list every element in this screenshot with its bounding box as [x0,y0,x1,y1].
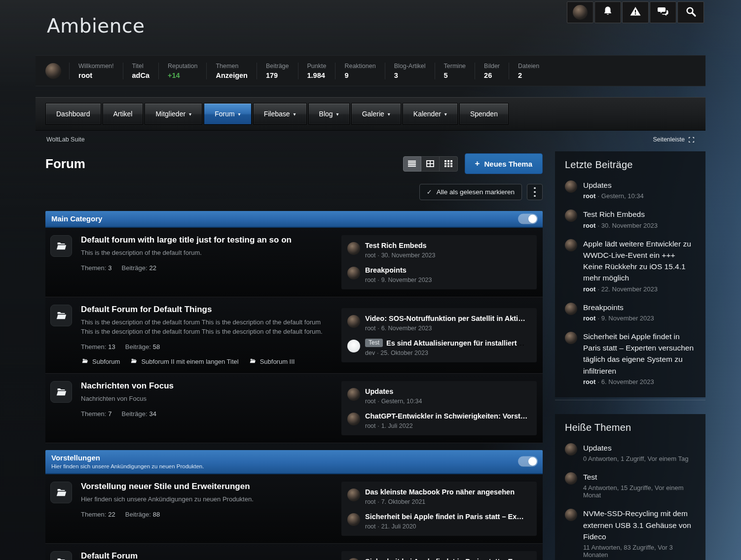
view-list-button[interactable] [403,156,421,172]
forum-row: Default Forum for Default ThingsThis is … [45,297,543,374]
nav-item-forum[interactable]: Forum▾ [204,103,251,125]
view-grid2-button[interactable] [421,156,440,172]
view-grid3-button[interactable] [440,156,458,172]
latest-post-title-line: Updates [365,387,422,396]
forum-stats: Themen:7Beiträge:34 [81,410,332,418]
category-collapse-toggle[interactable] [518,456,538,467]
hot-topic-link[interactable]: Test [583,471,696,483]
chevron-down-icon: ▾ [445,111,447,117]
mark-all-read-label: Alle als gelesen markieren [437,188,515,196]
stat-value: 13 [108,343,115,350]
userbar-stat-value[interactable]: 3 [394,71,426,79]
latest-post-text: Breakpointsroot · 9. November 2023 [365,266,432,283]
latest-posts-box: Updatesroot · Gestern, 10:34ChatGPT-Entw… [341,381,537,435]
nav-item-spenden[interactable]: Spenden [459,103,509,125]
search-button[interactable] [677,1,704,23]
category-collapse-toggle[interactable] [518,214,538,224]
latest-post-title-line: Das kleinste Macbook Pro näher angesehen [365,488,515,496]
userbar-stat-themen: ThemenAnzeigen [206,63,256,79]
latest-post: ChatGPT-Entwickler in Schwierigkeiten: V… [347,408,531,433]
sidebar-post-meta: root · 6. November 2023 [583,378,696,385]
forum-link[interactable]: Nachrichten von Focus [81,381,332,391]
stat-label: Themen: [81,410,106,418]
latest-post-link[interactable]: Sicherheit bei Apple findet in Paris sta… [365,513,524,521]
sidebar-post-link[interactable]: Apple lädt weitere Entwickler zu WWDC-Li… [583,238,696,284]
conversations-button[interactable] [650,1,676,23]
user-avatar[interactable] [45,63,61,79]
sidebar-post-link[interactable]: Sicherheit bei Apple findet in Paris sta… [583,331,696,377]
forum-info: Default ForumThis is the description of … [81,551,341,560]
post-author: root [583,315,595,322]
hot-topics-title: Heiße Themen [565,422,696,433]
label-badge: Test [365,339,383,347]
mark-all-read-button[interactable]: ✓ Alle als gelesen markieren [419,184,522,200]
nav-item-label: Mitglieder [155,110,185,118]
latest-post-link[interactable]: Test Rich Embeds [365,242,427,249]
category-header: Main Category [45,211,543,228]
breadcrumb[interactable]: WoltLab Suite [46,136,85,143]
hot-topics-list: Updates0 Antworten, 1 Zugriff, Vor einem… [565,442,696,560]
post-date: · 22. November 2023 [595,285,658,293]
userbar-stat-value[interactable]: adCa [132,71,149,79]
subforum-link[interactable]: Subforum II mit einem langen Titel [130,357,238,366]
forum-link[interactable]: Default Forum [81,551,332,560]
folder-open-icon [249,357,257,366]
stat-value: 88 [153,511,160,518]
new-topic-button[interactable]: + Neues Thema [465,153,543,174]
toggle-knob [528,457,537,466]
latest-post-title-line: Video: SOS-Notruffunktion per Satellit i… [365,314,525,323]
userbar-stat-value[interactable]: 179 [266,71,289,79]
userbar-stat-value[interactable]: 2 [518,71,539,79]
category-vorstellungen: VorstellungenHier finden sich unsere Ank… [45,450,543,560]
hot-topic-link[interactable]: NVMe-SSD-Recycling mit dem externen USB … [583,508,696,542]
latest-posts-title: Letzte Beiträge [565,159,696,171]
userbar-stat-value[interactable]: +14 [168,71,197,79]
subforum-link[interactable]: Subforum III [249,357,295,366]
hot-topic-meta: 11 Antworten, 83 Zugriffe, Vor 3 Monaten [583,544,696,559]
post-date: · 9. November 2023 [595,315,654,322]
userbar-stat-value[interactable]: 26 [484,71,500,79]
forum-link[interactable]: Default forum with large title just for … [81,235,332,245]
latest-post-link[interactable]: Es sind Aktualisierungen für installiert… [386,339,528,347]
forum-row: Default forum with large title just for … [45,228,543,297]
dots-icon [534,187,536,189]
hot-topic-link[interactable]: Updates [583,442,688,454]
latest-post-link[interactable]: Updates [365,387,393,395]
forum-link[interactable]: Default Forum for Default Things [81,305,332,315]
userbar-stat-value[interactable]: Anzeigen [216,71,247,79]
chevron-down-icon: ▾ [238,111,241,117]
moderation-button[interactable] [622,1,649,23]
latest-post-link[interactable]: Das kleinste Macbook Pro näher angesehen [365,488,515,496]
latest-post-link[interactable]: Sicherheit bei Apple findet in Paris sta… [365,558,524,560]
stat-label: Beiträge: [125,511,151,518]
latest-post-link[interactable]: ChatGPT-Entwickler in Schwierigkeiten: V… [365,412,527,420]
sidebar-post-link[interactable]: Breakpoints [583,302,654,313]
nav-item-filebase[interactable]: Filebase▾ [253,103,307,125]
latest-post-link[interactable]: Video: SOS-Notruffunktion per Satellit i… [365,315,525,322]
nav-item-galerie[interactable]: Galerie▾ [351,103,401,125]
sidebar-post-link[interactable]: Test Rich Embeds [583,209,658,220]
userbar-stat-value[interactable]: 5 [444,71,466,79]
userbar-stat-value[interactable]: 1.984 [307,71,327,79]
latest-post-link[interactable]: Breakpoints [365,266,407,274]
userbar-stat-label: Themen [216,63,247,70]
latest-post-text: Updatesroot · Gestern, 10:34 [365,387,422,405]
nav-item-blog[interactable]: Blog▾ [308,103,350,125]
themen-count: Themen:3 [81,264,112,272]
forum-link[interactable]: Vorstellung neuer Stile und Erweiterunge… [81,482,332,491]
more-options-button[interactable] [527,184,543,200]
user-menu-button[interactable] [567,1,593,23]
latest-post-text: TestEs sind Aktualisierungen für install… [365,339,528,356]
notifications-button[interactable] [594,1,621,23]
sidebar-toggle-button[interactable]: Seitenleiste [653,136,695,143]
subforum-link[interactable]: Subforum [81,357,120,366]
nav-item-dashboard[interactable]: Dashboard [45,103,101,125]
site-logo[interactable]: Ambience [47,15,145,37]
nav-item-label: Dashboard [56,110,90,118]
userbar-stat-value[interactable]: 9 [344,71,375,79]
userbar-stat-value[interactable]: root [78,71,114,79]
nav-item-mitglieder[interactable]: Mitglieder▾ [145,103,202,125]
nav-item-kalender[interactable]: Kalender▾ [403,103,458,125]
sidebar-post-link[interactable]: Updates [583,179,644,191]
nav-item-artikel[interactable]: Artikel [103,103,144,125]
